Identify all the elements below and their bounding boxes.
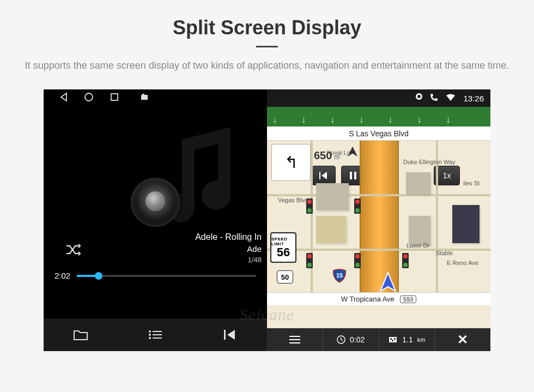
lane-arrow-icon: ↓ <box>272 114 277 125</box>
screenshot-icon[interactable] <box>141 93 148 103</box>
traffic-light-icon <box>354 253 361 268</box>
page-title: Split Screen Display <box>0 16 534 39</box>
close-icon: ✕ <box>457 332 468 347</box>
svg-rect-16 <box>289 336 300 337</box>
lane-arrow-icon: ↓ <box>359 114 364 125</box>
android-nav-bar <box>44 89 267 107</box>
remaining-dist-unit: km <box>417 336 426 343</box>
highway <box>360 141 399 292</box>
status-bar: 13:26 <box>267 89 490 107</box>
svg-rect-21 <box>390 338 392 340</box>
svg-rect-7 <box>153 334 162 335</box>
svg-rect-5 <box>153 331 162 332</box>
clock-time: 13:26 <box>463 94 484 103</box>
nav-bottom-bar: 0:02 1.1 km ✕ <box>267 328 490 351</box>
progress-row: 2:02 <box>54 271 256 280</box>
turn-instruction: ↰ <box>271 144 311 181</box>
lane-arrow-icon: ↓ <box>388 114 393 125</box>
speed-limit-value: 56 <box>277 246 290 258</box>
close-button[interactable]: ✕ <box>435 328 490 351</box>
svg-rect-17 <box>289 339 300 340</box>
svg-point-8 <box>149 337 151 339</box>
svg-point-0 <box>85 93 93 101</box>
track-info: Adele - Rolling In Ade 1/48 <box>195 232 262 264</box>
folder-button[interactable] <box>44 329 118 341</box>
street-label: Stable <box>436 250 453 256</box>
navigation-panel: 13:26 ↓ ↓ ↓ ↓ ↓ ↓ ↓ S Las Vegas Blvd ↰ 6… <box>267 89 490 351</box>
title-divider <box>256 46 278 47</box>
elapsed-time: 2:02 <box>54 271 70 280</box>
music-body: Adele - Rolling In Ade 1/48 2:02 <box>44 107 267 318</box>
svg-rect-2 <box>141 95 148 100</box>
direction-banner: ↓ ↓ ↓ ↓ ↓ ↓ ↓ <box>267 107 490 126</box>
svg-rect-18 <box>289 342 300 343</box>
bottom-street-name: W Tropicana Ave <box>341 295 395 303</box>
back-icon[interactable] <box>60 92 68 104</box>
split-screen-device: Adele - Rolling In Ade 1/48 2:02 <box>44 89 490 351</box>
svg-rect-11 <box>319 172 320 179</box>
top-street-name: S Las Vegas Blvd <box>267 126 490 141</box>
eta-display[interactable]: 0:02 <box>323 328 379 351</box>
interstate-shield-icon: 15 <box>332 268 347 282</box>
traffic-light-icon <box>354 198 361 214</box>
remaining-distance[interactable]: 1.1 km <box>379 328 435 351</box>
bottom-street-bar: W Tropicana Ave 593 <box>267 292 490 305</box>
position-cursor-icon <box>376 270 400 294</box>
track-artist: Ade <box>195 244 262 254</box>
street-label: iles St <box>463 180 480 186</box>
street-label: Duke Ellington Way <box>403 159 456 165</box>
eta-time: 0:02 <box>350 335 365 344</box>
shuffle-icon[interactable] <box>65 243 82 258</box>
joystick-control[interactable] <box>131 178 180 227</box>
bottom-shield: 593 <box>400 295 416 303</box>
lane-arrow-icon: ↓ <box>446 114 451 125</box>
svg-rect-1 <box>111 94 118 100</box>
svg-rect-23 <box>392 340 393 341</box>
svg-rect-9 <box>153 337 162 339</box>
sim-prev-button[interactable] <box>312 166 336 185</box>
traffic-light-icon <box>402 253 409 268</box>
svg-rect-13 <box>354 172 356 179</box>
previous-button[interactable] <box>192 329 267 341</box>
seek-bar[interactable] <box>77 275 256 277</box>
traffic-light-icon <box>306 253 313 268</box>
music-bottom-bar <box>44 318 267 351</box>
svg-point-4 <box>149 330 151 333</box>
route-shield: 50 <box>277 270 293 284</box>
svg-text:15: 15 <box>336 272 343 279</box>
street-label: Vegas Blvd <box>278 197 308 203</box>
street-label: Koval Ln <box>327 149 350 156</box>
street-label: E Reno Ave <box>447 260 478 266</box>
page-subtitle: It supports the same screen display of t… <box>22 58 512 73</box>
recent-apps-icon[interactable] <box>110 93 119 104</box>
remaining-dist-value: 1.1 <box>402 335 412 344</box>
home-icon[interactable] <box>84 92 94 104</box>
phone-icon <box>430 93 438 103</box>
speed-limit-sign: SPEED LIMIT 56 <box>270 232 296 263</box>
location-icon <box>416 93 422 104</box>
menu-button[interactable] <box>267 328 323 351</box>
lane-arrow-icon: ↓ <box>417 114 422 125</box>
wifi-icon <box>446 94 456 103</box>
track-count: 1/48 <box>195 256 262 264</box>
street-label: Luxor Dr <box>406 242 429 249</box>
track-title: Adele - Rolling In <box>195 232 262 242</box>
svg-point-6 <box>149 334 151 336</box>
playlist-button[interactable] <box>118 329 193 340</box>
svg-rect-22 <box>394 338 396 340</box>
lane-arrow-icon: ↓ <box>330 114 335 125</box>
lane-arrow-icon: ↓ <box>301 114 306 125</box>
svg-rect-3 <box>142 94 144 95</box>
turn-left-icon: ↰ <box>284 154 298 171</box>
map-area[interactable]: ↓ ↓ ↓ ↓ ↓ ↓ ↓ S Las Vegas Blvd ↰ 650 m 3… <box>267 107 490 328</box>
svg-rect-12 <box>350 172 352 179</box>
music-panel: Adele - Rolling In Ade 1/48 2:02 <box>44 89 267 351</box>
svg-rect-10 <box>224 330 226 340</box>
